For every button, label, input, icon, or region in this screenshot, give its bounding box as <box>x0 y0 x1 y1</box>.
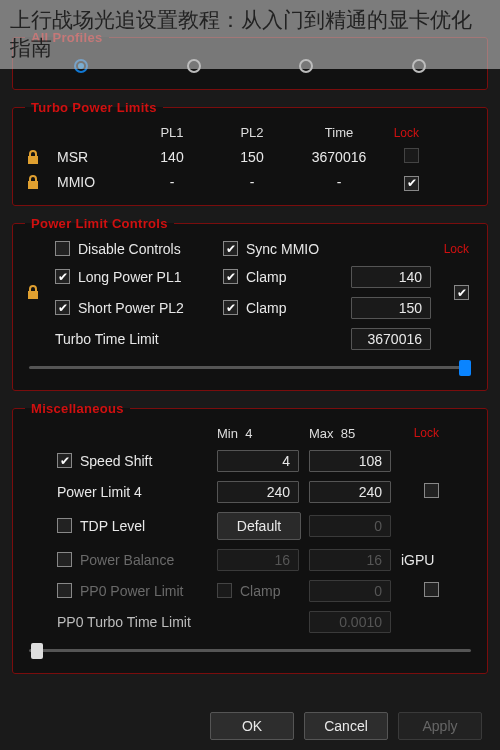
pl4-lock-checkbox[interactable] <box>424 483 439 498</box>
miscellaneous-group: Miscellaneous Min 4 Max 85 Lock Speed Sh… <box>12 401 488 674</box>
clamp-pl2-checkbox[interactable] <box>223 300 238 315</box>
long-pl1-checkbox[interactable] <box>55 269 70 284</box>
pl4-label: Power Limit 4 <box>57 484 207 500</box>
tpl-header-time: Time <box>295 125 383 140</box>
tdp-level-label: TDP Level <box>80 518 145 534</box>
turbo-time-label: Turbo Time Limit <box>55 331 343 347</box>
power-balance-min-input: 16 <box>217 549 299 571</box>
slider-thumb[interactable] <box>459 360 471 376</box>
lock-icon <box>25 174 41 190</box>
ok-button[interactable]: OK <box>210 712 294 740</box>
slider-track <box>29 366 471 369</box>
tdp-level-checkbox[interactable] <box>57 518 72 533</box>
power-balance-max-input: 16 <box>309 549 391 571</box>
pp0-clamp-checkbox[interactable] <box>217 583 232 598</box>
pl4-max-input[interactable]: 240 <box>309 481 391 503</box>
pp0-turbo-time-label: PP0 Turbo Time Limit <box>57 614 207 630</box>
tpl-mmio-lock-checkbox[interactable] <box>404 176 419 191</box>
turbo-time-input[interactable]: 3670016 <box>351 328 431 350</box>
plc-lock-checkbox[interactable] <box>454 285 469 300</box>
misc-min-header: Min 4 <box>217 426 299 441</box>
clamp-pl1-checkbox[interactable] <box>223 269 238 284</box>
power-balance-label: Power Balance <box>80 552 174 568</box>
misc-legend: Miscellaneous <box>25 401 130 416</box>
power-balance-checkbox[interactable] <box>57 552 72 567</box>
lock-icon <box>25 284 41 300</box>
slider-track <box>29 649 471 652</box>
pp0-power-limit-label: PP0 Power Limit <box>80 583 183 599</box>
plc-legend: Power Limit Controls <box>25 216 174 231</box>
turbo-power-limits-group: Turbo Power Limits PL1 PL2 Time Lock MSR… <box>12 100 488 206</box>
tpl-header-pl2: PL2 <box>215 125 289 140</box>
tpl-msr-pl2: 150 <box>215 149 289 165</box>
disable-controls-checkbox[interactable] <box>55 241 70 256</box>
article-overlay-title: 上行战场光追设置教程：从入门到精通的显卡优化指南 <box>0 0 500 69</box>
clamp-pl1-label: Clamp <box>246 269 286 285</box>
speed-shift-min-input[interactable]: 4 <box>217 450 299 472</box>
disable-controls-label: Disable Controls <box>78 241 181 257</box>
tpl-mmio-pl2: - <box>215 174 289 190</box>
tpl-msr-pl1: 140 <box>135 149 209 165</box>
sync-mmio-checkbox[interactable] <box>223 241 238 256</box>
tdp-max-input: 0 <box>309 515 391 537</box>
short-pl2-checkbox[interactable] <box>55 300 70 315</box>
pp0-turbo-time-input: 0.0010 <box>309 611 391 633</box>
misc-lock-label: Lock <box>401 426 439 440</box>
power-limit-controls-group: Power Limit Controls Disable Controls Sy… <box>12 216 488 391</box>
speed-shift-label: Speed Shift <box>80 453 152 469</box>
plc-slider[interactable] <box>25 358 475 376</box>
pp0-lock-checkbox[interactable] <box>424 582 439 597</box>
tdp-default-button[interactable]: Default <box>217 512 301 540</box>
slider-thumb[interactable] <box>31 643 43 659</box>
speed-shift-checkbox[interactable] <box>57 453 72 468</box>
tpl-row-mmio-label: MMIO <box>57 174 129 190</box>
pl4-min-input[interactable]: 240 <box>217 481 299 503</box>
tpl-mmio-time: - <box>295 174 383 190</box>
tpl-header-lock: Lock <box>389 126 419 140</box>
tpl-header-pl1: PL1 <box>135 125 209 140</box>
pp0-value-input: 0 <box>309 580 391 602</box>
clamp-pl2-label: Clamp <box>246 300 286 316</box>
igpu-label: iGPU <box>401 552 439 568</box>
speed-shift-max-input[interactable]: 108 <box>309 450 391 472</box>
pp0-power-limit-checkbox[interactable] <box>57 583 72 598</box>
plc-lock-label: Lock <box>439 242 469 256</box>
misc-slider[interactable] <box>25 641 475 659</box>
pl2-value-input[interactable]: 150 <box>351 297 431 319</box>
tpl-legend: Turbo Power Limits <box>25 100 163 115</box>
cancel-button[interactable]: Cancel <box>304 712 388 740</box>
pp0-clamp-label: Clamp <box>240 583 280 599</box>
tpl-mmio-pl1: - <box>135 174 209 190</box>
short-pl2-label: Short Power PL2 <box>78 300 184 316</box>
tpl-row-msr-label: MSR <box>57 149 129 165</box>
tpl-msr-time: 3670016 <box>295 149 383 165</box>
pl1-value-input[interactable]: 140 <box>351 266 431 288</box>
sync-mmio-label: Sync MMIO <box>246 241 319 257</box>
misc-max-header: Max 85 <box>309 426 391 441</box>
apply-button[interactable]: Apply <box>398 712 482 740</box>
lock-icon <box>25 149 41 165</box>
tpl-msr-lock-checkbox[interactable] <box>404 148 419 163</box>
long-pl1-label: Long Power PL1 <box>78 269 182 285</box>
